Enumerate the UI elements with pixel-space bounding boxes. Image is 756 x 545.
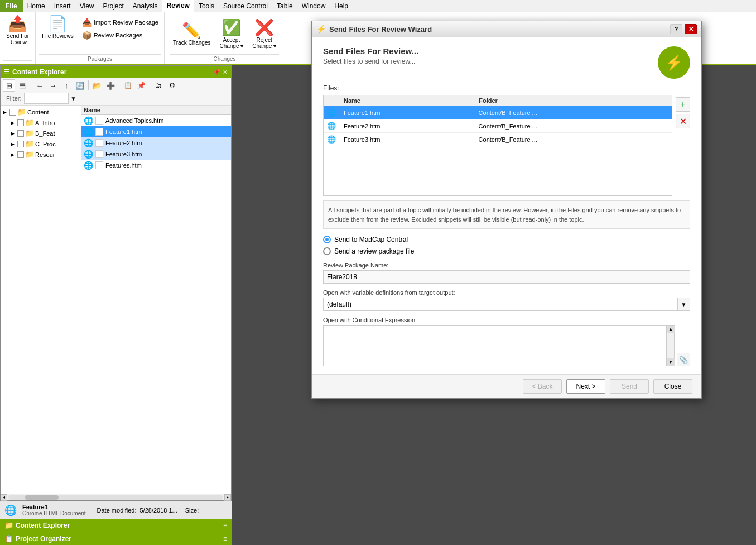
- tree-item-b-feat[interactable]: ▶ 📁 B_Feat: [1, 128, 81, 138]
- status-date-label: Date modified:: [97, 507, 137, 514]
- new-folder-btn[interactable]: 🗂: [152, 79, 165, 92]
- dialog-title-icon: ⚡: [316, 25, 326, 34]
- view-type-btn-2[interactable]: ▤: [16, 79, 28, 92]
- grid-row-feature3[interactable]: 🌐 Feature3.htm Content/B_Feature ...: [324, 133, 672, 146]
- conditional-expression-input[interactable]: [324, 326, 674, 366]
- accept-change-button[interactable]: ✅ AcceptChange ▾: [216, 18, 246, 51]
- target-output-dropdown-arrow[interactable]: ▼: [678, 298, 690, 311]
- copy-btn[interactable]: 📋: [122, 79, 134, 92]
- remove-file-button[interactable]: ✕: [676, 114, 690, 128]
- grid-cell-folder-feature2: Content/B_Feature ...: [474, 121, 672, 132]
- file-item-feature2[interactable]: 🌐 Feature2.htm: [81, 137, 231, 149]
- tree-item-resour[interactable]: ▶ 📁 Resour: [1, 149, 81, 160]
- grid-row-icon-feature1: 🌐: [327, 108, 336, 117]
- send-button[interactable]: Send: [610, 379, 649, 394]
- tree-label-a: A_Intro: [35, 119, 55, 126]
- status-date-value: 5/28/2018 1...: [140, 507, 177, 514]
- file-item-advanced[interactable]: 🌐 Advanced Topics.htm: [81, 115, 231, 126]
- radio-send-madcap[interactable]: Send to MadCap Central: [323, 236, 690, 243]
- tree-item-c-proc[interactable]: ▶ 📁 C_Proc: [1, 138, 81, 149]
- back-btn[interactable]: ←: [33, 79, 46, 92]
- menu-help[interactable]: Help: [330, 0, 353, 12]
- review-package-name-input[interactable]: [323, 270, 690, 284]
- menu-tools[interactable]: Tools: [194, 0, 219, 12]
- radio-send-package[interactable]: Send a review package file: [323, 247, 690, 255]
- reject-change-button[interactable]: ❌ RejectChange ▾: [249, 18, 279, 51]
- radio-group: Send to MadCap Central Send a review pac…: [323, 236, 690, 255]
- menu-analysis[interactable]: Analysis: [128, 0, 162, 12]
- track-changes-label: Track Changes: [173, 40, 210, 46]
- filter-input[interactable]: [24, 93, 69, 104]
- target-output-select[interactable]: (default): [323, 298, 678, 311]
- folder-icon-c: 📁: [25, 140, 34, 148]
- dialog-heading: Send Files For Review...: [323, 46, 418, 56]
- dialog-help-button[interactable]: ?: [670, 24, 682, 34]
- review-package-name-label: Review Package Name:: [323, 262, 690, 269]
- content-explorer-titlebar: ☰ Content Explorer 📌 ✕: [1, 66, 231, 78]
- tree-label-content: Content: [27, 109, 49, 116]
- menu-view[interactable]: View: [75, 0, 99, 12]
- menu-window[interactable]: Window: [297, 0, 330, 12]
- tree-item-a-intro[interactable]: ▶ 📁 A_Intro: [1, 117, 81, 128]
- view-type-btn-1[interactable]: ⊞: [3, 79, 15, 92]
- file-icon-feature3: 🌐: [84, 150, 93, 159]
- files-column: Name 🌐 Advanced Topics.htm 🌐 Feature1.ht…: [81, 106, 231, 494]
- file-item-features[interactable]: 🌐 Features.htm: [81, 160, 231, 171]
- refresh-btn[interactable]: 🔄: [74, 79, 86, 92]
- back-button[interactable]: < Back: [523, 379, 562, 394]
- import-review-package-label: Import Review Package: [94, 19, 158, 26]
- folder-icon-content: 📁: [17, 108, 26, 116]
- menu-home[interactable]: Home: [23, 0, 50, 12]
- file-item-feature3[interactable]: 🌐 Feature3.htm: [81, 149, 231, 160]
- send-for-review-button[interactable]: 📤 Send ForReview: [3, 15, 32, 47]
- project-organizer-tab[interactable]: 📋 Project Organizer ≡: [0, 532, 232, 545]
- toolbar-sep-2: [88, 80, 89, 90]
- dialog-close-button[interactable]: ✕: [685, 24, 697, 34]
- paste-btn[interactable]: 📌: [135, 79, 147, 92]
- content-explorer-title: Content Explorer: [12, 68, 66, 76]
- content-explorer-tab-label: Content Explorer: [16, 522, 70, 529]
- file-name-feature2: Feature2.htm: [105, 140, 142, 146]
- close-panel-icon[interactable]: ✕: [223, 69, 228, 76]
- grid-row-feature1[interactable]: 🌐 Feature1.htm Content/B_Feature ...: [324, 106, 672, 119]
- menu-project[interactable]: Project: [99, 0, 128, 12]
- h-scroll-left[interactable]: ◂: [1, 494, 7, 501]
- properties-btn[interactable]: ⚙: [166, 79, 178, 92]
- review-package-name-section: Review Package Name:: [323, 262, 690, 284]
- file-item-feature1[interactable]: 🌐 Feature1.htm: [81, 126, 231, 137]
- target-output-label: Open with variable definitions from targ…: [323, 289, 690, 296]
- grid-row-feature2[interactable]: 🌐 Feature2.htm Content/B_Feature ...: [324, 119, 672, 133]
- ribbon-group-packages: 📄 File Reviews 📥 Import Review Package 📦…: [36, 12, 165, 64]
- h-scroll-right[interactable]: ▸: [224, 494, 231, 501]
- project-tab-icon: 📋: [4, 534, 13, 543]
- add-btn[interactable]: ➕: [104, 79, 117, 92]
- next-button[interactable]: Next >: [566, 379, 605, 394]
- chevron-icon-b: ▶: [11, 131, 16, 136]
- grid-row-icon-feature3: 🌐: [327, 135, 336, 144]
- close-dialog-button[interactable]: Close: [653, 379, 692, 394]
- add-file-button[interactable]: +: [676, 97, 690, 112]
- menu-table[interactable]: Table: [272, 0, 297, 12]
- review-packages-button[interactable]: 📦 Review Packages: [80, 30, 161, 41]
- up-btn[interactable]: ↑: [60, 79, 73, 92]
- open-btn[interactable]: 📂: [91, 79, 103, 92]
- textarea-scroll-up[interactable]: ▲: [667, 326, 675, 333]
- forward-btn[interactable]: →: [47, 79, 59, 92]
- pin-expression-button[interactable]: 📎: [677, 353, 690, 366]
- import-review-package-button[interactable]: 📥 Import Review Package: [80, 17, 161, 28]
- import-review-package-icon: 📥: [82, 18, 92, 27]
- tree-item-content[interactable]: ▶ 📁 Content: [1, 107, 81, 117]
- filter-scroll-icon[interactable]: ▼: [71, 95, 76, 102]
- textarea-scroll-down[interactable]: ▼: [667, 358, 675, 366]
- content-explorer-tab[interactable]: 📁 Content Explorer ≡: [0, 519, 232, 532]
- grid-cell-name-feature2: Feature2.htm: [339, 121, 474, 132]
- pin-icon[interactable]: 📌: [213, 69, 220, 76]
- track-changes-button[interactable]: ✏️ Track Changes: [170, 21, 213, 47]
- menu-insert[interactable]: Insert: [50, 0, 75, 12]
- reject-change-icon: ❌: [254, 20, 274, 36]
- menu-source-control[interactable]: Source Control: [219, 0, 272, 12]
- menu-file[interactable]: File: [0, 0, 23, 12]
- menu-review[interactable]: Review: [162, 0, 194, 12]
- file-reviews-icon: 📄: [48, 16, 68, 32]
- file-reviews-button[interactable]: 📄 File Reviews: [39, 15, 76, 41]
